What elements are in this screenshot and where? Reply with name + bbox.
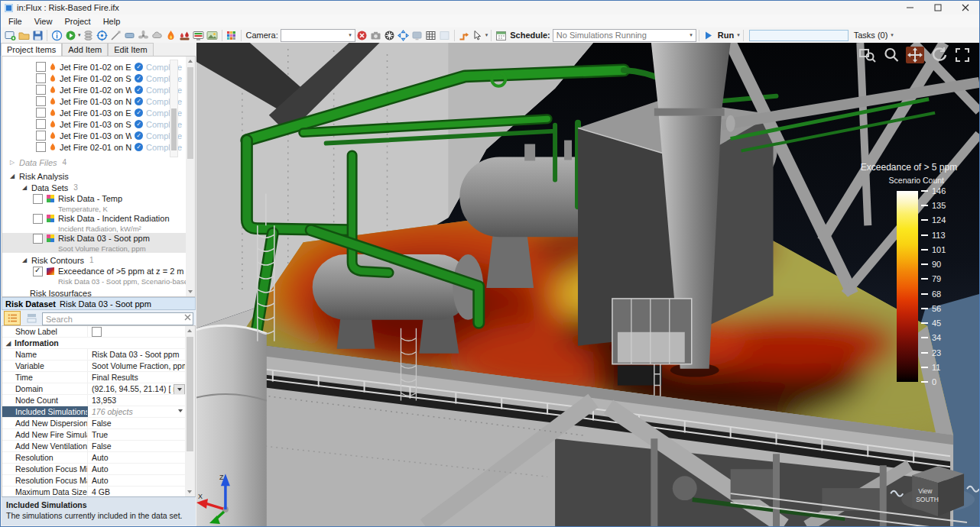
tree-row-data-sets[interactable]: ◢Data Sets3 — [2, 182, 195, 193]
fire-scenario-icon[interactable] — [178, 28, 192, 42]
tree-row-simulation[interactable]: Jet Fire 01-02 on Westerly,...✓Complete — [2, 84, 195, 95]
menu-file[interactable]: File — [2, 16, 28, 27]
checkbox[interactable] — [36, 108, 46, 118]
info-icon[interactable] — [50, 28, 63, 42]
checkbox[interactable] — [36, 142, 46, 152]
checkbox-checked[interactable] — [33, 267, 43, 276]
tree-row-simulation[interactable]: Jet Fire 01-03 on Northerly,...✓Complete — [2, 95, 195, 107]
tree-row-simulation[interactable]: Jet Fire 01-03 on Westerly,...✓Complete — [2, 130, 195, 141]
capture-camera-icon[interactable] — [369, 28, 383, 42]
vent-icon[interactable] — [123, 28, 137, 42]
select-cursor-icon[interactable] — [471, 28, 485, 42]
tab-edit-item[interactable]: Edit Item — [108, 43, 153, 56]
new-project-icon[interactable] — [3, 28, 17, 42]
tab-project-items[interactable]: Project Items — [1, 43, 62, 56]
tree-scrollbar[interactable] — [186, 57, 195, 296]
property-row-included-simulations[interactable]: Included Simulations176 objects — [2, 406, 195, 418]
checkbox[interactable] — [36, 131, 46, 141]
chevron-down-icon[interactable] — [178, 409, 183, 412]
checkbox[interactable] — [33, 214, 43, 224]
reset-view-icon[interactable] — [383, 28, 397, 42]
tree-row-risk-isosurfaces[interactable]: Risk Isosurfaces — [2, 287, 195, 297]
list-view-button[interactable] — [4, 311, 21, 325]
tree-row-simulation[interactable]: Jet Fire 01-03 on Easterly, 7...✓Complet… — [2, 107, 195, 118]
property-row[interactable]: Resolution Focus MaxAuto — [2, 475, 195, 487]
scroll-down-icon[interactable] — [188, 290, 193, 293]
tree-item-dataset[interactable]: Risk Data - Temp Temperature, K — [2, 193, 195, 213]
close-button[interactable] — [952, 1, 979, 15]
grid-table-disabled-icon[interactable] — [438, 28, 452, 42]
leak-path-icon[interactable] — [109, 28, 123, 42]
checkbox[interactable] — [92, 327, 102, 337]
results-levels-icon[interactable] — [192, 28, 206, 42]
checkbox[interactable] — [36, 85, 46, 95]
property-row[interactable]: Add New Dispersion Si...False — [2, 418, 195, 429]
checkbox[interactable] — [36, 73, 46, 83]
monitor-point-icon[interactable] — [96, 28, 109, 42]
expander-expanded-icon[interactable]: ◢ — [21, 257, 28, 264]
route-arrow-icon[interactable] — [457, 28, 471, 42]
property-row[interactable]: Add New Ventilation S...False — [2, 441, 195, 452]
grid-table-icon[interactable] — [424, 28, 438, 42]
menu-project[interactable]: Project — [58, 16, 96, 27]
simulation-list-scrollbar[interactable] — [170, 60, 178, 157]
checkbox[interactable] — [33, 194, 43, 204]
viewport-3d[interactable]: Z X View SOUTH Excee — [196, 43, 979, 526]
delete-camera-icon[interactable] — [355, 28, 369, 42]
move-view-icon[interactable] — [397, 28, 410, 42]
display-monitor-icon[interactable] — [410, 28, 424, 42]
tree-row-risk-contours[interactable]: ◢Risk Contours1 — [2, 254, 195, 266]
property-row[interactable]: Maximum Data Size4 GB — [2, 487, 195, 497]
property-row[interactable]: Show Label — [2, 326, 195, 338]
menu-view[interactable]: View — [28, 16, 59, 27]
fullscreen-icon[interactable] — [953, 47, 972, 63]
run-button[interactable]: Run — [718, 31, 734, 40]
run-dropdown-icon[interactable]: ▾ — [737, 32, 740, 38]
tree-row-simulation[interactable]: Jet Fire 01-03 on Southerly,...✓Complete — [2, 118, 195, 130]
schedule-select[interactable]: No Simulations Running▾ — [553, 29, 696, 42]
property-grid-scrollbar[interactable] — [185, 326, 195, 496]
property-row[interactable]: Resolution Focus MinAuto — [2, 464, 195, 475]
property-row[interactable]: TimeFinal Results — [2, 372, 195, 383]
expander-expanded-icon[interactable]: ◢ — [8, 173, 16, 179]
orbit-icon[interactable] — [930, 47, 948, 63]
start-simulation-icon[interactable] — [63, 28, 77, 42]
property-row[interactable]: VariableSoot Volume Fraction, ppm — [2, 360, 195, 372]
checkbox[interactable] — [36, 62, 46, 72]
color-palette-icon[interactable] — [225, 28, 239, 42]
tree-row-simulation[interactable]: Jet Fire 02-01 on Northerly,...✓Complete — [2, 141, 195, 153]
tab-add-item[interactable]: Add Item — [62, 43, 108, 56]
run-icon[interactable] — [702, 28, 716, 42]
expander-collapsed-icon[interactable]: ▷ — [8, 159, 16, 166]
domain-dropdown-button[interactable] — [174, 384, 185, 394]
maximize-button[interactable] — [924, 1, 952, 15]
open-project-icon[interactable] — [17, 28, 31, 42]
expander-expanded-icon[interactable]: ◢ — [21, 184, 28, 191]
snapshot-icon[interactable] — [206, 28, 219, 42]
checkbox[interactable] — [33, 234, 43, 244]
fan-icon[interactable] — [137, 28, 151, 42]
tree-row-simulation[interactable]: Jet Fire 01-02 on Easterly, 7...✓Complet… — [2, 61, 195, 73]
start-dropdown-icon[interactable]: ▾ — [78, 32, 81, 38]
tree-row-simulation[interactable]: Jet Fire 01-02 on Southerly,...✓Complete — [2, 73, 195, 84]
tree-item-contour[interactable]: Exceedance of >5 ppm at z = 2 m Risk Dat… — [2, 266, 195, 286]
tree-row-risk-analysis[interactable]: ◢Risk Analysis — [2, 170, 195, 182]
search-input[interactable] — [42, 312, 193, 325]
minimize-button[interactable] — [897, 1, 924, 15]
property-row[interactable]: Add New Fire Simulati...True — [2, 429, 195, 441]
camera-select[interactable]: ▾ — [281, 29, 355, 42]
cursor-dropdown-icon[interactable]: ▾ — [485, 32, 488, 38]
tree-item-dataset-selected[interactable]: Risk Data 03 - Soot ppm Soot Volume Frac… — [2, 233, 195, 253]
clear-search-icon[interactable] — [184, 314, 191, 321]
tasks-button[interactable]: Tasks (0) — [854, 31, 888, 40]
pan-icon[interactable] — [906, 47, 924, 63]
checkbox[interactable] — [36, 119, 46, 129]
tree-row-data-files[interactable]: ▷Data Files4 — [2, 157, 195, 168]
menu-help[interactable]: Help — [97, 16, 127, 27]
property-row-domain[interactable]: Domain(92.16, 94.55, 21.14) [ m ] to (14 — [2, 383, 195, 395]
flame-icon[interactable] — [164, 28, 178, 42]
property-row[interactable]: Node Count13,953 — [2, 395, 195, 406]
property-row[interactable]: NameRisk Data 03 - Soot ppm — [2, 349, 195, 360]
scroll-up-icon[interactable] — [188, 60, 193, 63]
scroll-up-icon[interactable] — [187, 329, 192, 332]
